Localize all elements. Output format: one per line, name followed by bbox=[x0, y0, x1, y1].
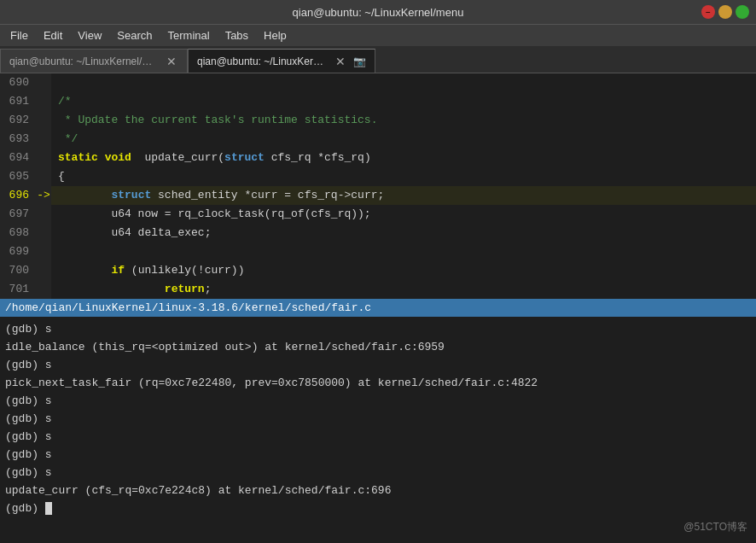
terminal-line-6: (gdb) s bbox=[5, 410, 751, 428]
menu-view[interactable]: View bbox=[71, 27, 108, 44]
line-num-693: 693 bbox=[0, 130, 36, 149]
line-arrow-693 bbox=[36, 130, 51, 149]
tabbar: qian@ubuntu: ~/LinuxKernel/menu ✕ qian@u… bbox=[0, 46, 756, 73]
line-arrow-700 bbox=[36, 261, 51, 280]
code-line-700: 700 if (unlikely(!curr)) bbox=[0, 261, 756, 280]
line-arrow-691 bbox=[36, 92, 51, 111]
watermark: @51CTO博客 bbox=[683, 520, 747, 534]
code-line-690: 690 bbox=[0, 73, 756, 92]
line-content-694: static void update_curr(struct cfs_rq *c… bbox=[51, 149, 371, 167]
code-line-694: 694 static void update_curr(struct cfs_r… bbox=[0, 149, 756, 167]
line-arrow-698 bbox=[36, 224, 51, 242]
minimize-button[interactable] bbox=[718, 5, 732, 19]
line-num-692: 692 bbox=[0, 111, 36, 130]
line-num-697: 697 bbox=[0, 205, 36, 224]
line-num-695: 695 bbox=[0, 167, 36, 186]
line-arrow-696: -> bbox=[36, 186, 51, 205]
line-num-700: 700 bbox=[0, 261, 36, 280]
maximize-button[interactable] bbox=[736, 5, 749, 19]
code-area: 690 691 /* 692 * Update the current task… bbox=[0, 73, 756, 299]
line-content-696: struct sched_entity *curr = cfs_rq->curr… bbox=[51, 186, 384, 205]
line-content-700: if (unlikely(!curr)) bbox=[51, 261, 244, 280]
line-content-697: u64 now = rq_clock_task(rq_of(cfs_rq)); bbox=[51, 205, 371, 224]
menu-file[interactable]: File bbox=[3, 27, 35, 44]
line-content-693: */ bbox=[51, 130, 78, 149]
menu-search[interactable]: Search bbox=[110, 27, 159, 44]
line-arrow-692 bbox=[36, 111, 51, 130]
line-content-701: return; bbox=[51, 280, 211, 299]
terminal-line-5: (gdb) s bbox=[5, 392, 751, 410]
code-line-693: 693 */ bbox=[0, 130, 756, 149]
terminal-line-11: (gdb) bbox=[5, 499, 751, 517]
code-line-698: 698 u64 delta_exec; bbox=[0, 224, 756, 242]
line-arrow-697 bbox=[36, 205, 51, 224]
line-num-699: 699 bbox=[0, 242, 36, 261]
menu-help[interactable]: Help bbox=[257, 27, 294, 44]
terminal-line-2: idle_balance (this_rq=<optimized out>) a… bbox=[5, 338, 751, 356]
menu-terminal[interactable]: Terminal bbox=[161, 27, 217, 44]
tab-1[interactable]: qian@ubuntu: ~/LinuxKernel/menu ✕ bbox=[0, 49, 188, 73]
code-line-692: 692 * Update the current task's runtime … bbox=[0, 111, 756, 130]
main-content: 690 691 /* 692 * Update the current task… bbox=[0, 73, 756, 543]
code-line-696: 696 -> struct sched_entity *curr = cfs_r… bbox=[0, 186, 756, 205]
close-button[interactable]: − bbox=[701, 5, 715, 19]
line-content-692: * Update the current task's runtime stat… bbox=[51, 111, 377, 130]
camera-icon: 📷 bbox=[353, 55, 366, 67]
code-line-699: 699 bbox=[0, 242, 756, 261]
line-content-698: u64 delta_exec; bbox=[51, 224, 211, 242]
line-num-696: 696 bbox=[0, 186, 36, 205]
terminal-line-10: update_curr (cfs_rq=0xc7e224c8) at kerne… bbox=[5, 482, 751, 499]
tab-2[interactable]: qian@ubuntu: ~/LinuxKernel/menu ✕ 📷 bbox=[188, 49, 375, 73]
line-content-690 bbox=[51, 73, 58, 92]
line-num-691: 691 bbox=[0, 92, 36, 111]
tab-2-close[interactable]: ✕ bbox=[335, 55, 346, 68]
window-controls: − bbox=[701, 5, 749, 19]
filepath-bar: /home/qian/LinuxKernel/linux-3.18.6/kern… bbox=[0, 299, 756, 317]
terminal-area[interactable]: (gdb) s idle_balance (this_rq=<optimized… bbox=[0, 317, 756, 543]
line-content-691: /* bbox=[51, 92, 72, 111]
terminal-line-9: (gdb) s bbox=[5, 464, 751, 482]
tab-1-close[interactable]: ✕ bbox=[166, 55, 178, 68]
line-arrow-699 bbox=[36, 242, 51, 261]
terminal-line-1: (gdb) s bbox=[5, 320, 751, 338]
line-arrow-701 bbox=[36, 280, 51, 299]
line-num-690: 690 bbox=[0, 73, 36, 92]
code-line-701: 701 return; bbox=[0, 280, 756, 299]
line-arrow-694 bbox=[36, 149, 51, 167]
tab-1-label: qian@ubuntu: ~/LinuxKernel/menu bbox=[9, 55, 159, 67]
menu-tabs[interactable]: Tabs bbox=[218, 27, 255, 44]
code-line-691: 691 /* bbox=[0, 92, 756, 111]
line-content-695: { bbox=[51, 167, 65, 186]
line-arrow-690 bbox=[36, 73, 51, 92]
terminal-line-3: (gdb) s bbox=[5, 356, 751, 374]
code-line-695: 695 { bbox=[0, 167, 756, 186]
tab-2-label: qian@ubuntu: ~/LinuxKernel/menu bbox=[197, 55, 329, 67]
terminal-line-7: (gdb) s bbox=[5, 428, 751, 446]
line-num-701: 701 bbox=[0, 280, 36, 299]
line-content-699 bbox=[51, 242, 58, 261]
menu-edit[interactable]: Edit bbox=[37, 27, 69, 44]
menubar: File Edit View Search Terminal Tabs Help bbox=[0, 24, 756, 46]
line-num-698: 698 bbox=[0, 224, 36, 242]
terminal-line-8: (gdb) s bbox=[5, 446, 751, 464]
terminal-line-4: pick_next_task_fair (rq=0xc7e22480, prev… bbox=[5, 374, 751, 392]
line-arrow-695 bbox=[36, 167, 51, 186]
code-line-697: 697 u64 now = rq_clock_task(rq_of(cfs_rq… bbox=[0, 205, 756, 224]
filepath-text: /home/qian/LinuxKernel/linux-3.18.6/kern… bbox=[5, 301, 371, 314]
title-text: qian@ubuntu: ~/LinuxKernel/menu bbox=[293, 6, 464, 19]
titlebar: qian@ubuntu: ~/LinuxKernel/menu − bbox=[0, 0, 756, 24]
line-num-694: 694 bbox=[0, 149, 36, 167]
